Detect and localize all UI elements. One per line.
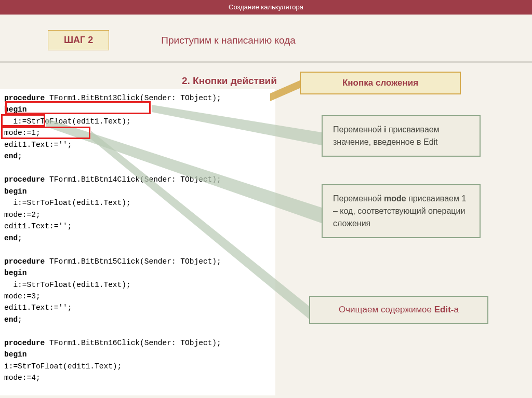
kw-end: end — [4, 152, 18, 160]
text: а — [454, 305, 458, 314]
kw-begin: begin — [4, 187, 27, 196]
code-line: mode:=1; — [4, 129, 41, 137]
top-bar: Создание калькулятора — [0, 0, 532, 15]
kw-procedure: procedure — [4, 94, 45, 102]
kw-procedure: procedure — [4, 257, 45, 266]
code-line: edit1.Text:=''; — [4, 141, 72, 149]
kw-begin: begin — [4, 105, 27, 114]
step-label: ШАГ 2 — [48, 30, 109, 50]
code-line: edit1.Text:=''; — [4, 222, 72, 230]
kw-procedure: procedure — [4, 175, 45, 184]
divider — [0, 61, 532, 63]
code-line: mode:=2; — [4, 211, 41, 219]
bold: Edit- — [434, 305, 454, 314]
code-line: TForm1.BitBtn14Click(Sender: TObject); — [45, 175, 221, 184]
callout-title: Кнопка сложения — [300, 72, 461, 94]
code-line: i:=StrToFloat(edit1.Text); — [4, 117, 131, 126]
code-panel: procedure TForm1.BitBtn13Click(Sender: T… — [0, 89, 275, 395]
kw-end: end — [4, 315, 18, 324]
code-line: ; — [18, 152, 22, 160]
code-line: ; — [18, 234, 22, 242]
code-line: TForm1.BitBtn15Click(Sender: TObject); — [45, 257, 221, 266]
code-line: mode:=4; — [4, 374, 41, 382]
kw-begin: begin — [4, 269, 27, 277]
kw-end: end — [4, 234, 18, 242]
kw-procedure: procedure — [4, 339, 45, 347]
section-title: 2. Кнопки действий — [182, 75, 277, 87]
text: Переменной — [333, 125, 384, 134]
bold: mode — [384, 194, 406, 203]
code-line: mode:=3; — [4, 292, 41, 300]
kw-begin: begin — [4, 350, 27, 359]
code-line: ; — [18, 315, 22, 324]
annotation-3: Очищаем содержимое Edit-а — [309, 296, 488, 324]
code-line: i:=StrToFloat(edit1.Text); — [4, 281, 131, 289]
code-line: i:=StrToFloat(edit1.Text); — [4, 199, 131, 207]
code-line: i:=StrToFloat(edit1.Text); — [4, 362, 122, 370]
code-line: TForm1.BitBtn16Click(Sender: TObject); — [45, 339, 221, 347]
code-line: edit1.Text:=''; — [4, 304, 72, 312]
step-header: ШАГ 2 Приступим к написанию кода — [48, 30, 296, 50]
step-title: Приступим к написанию кода — [161, 35, 296, 46]
annotation-2: Переменной mode присваиваем 1 – код, соо… — [322, 184, 481, 238]
text: Очищаем содержимое — [339, 305, 434, 314]
annotation-1: Переменной i присваиваем значение, введе… — [322, 115, 481, 157]
text: Переменной — [333, 194, 384, 203]
code-line: TForm1.BitBtn13Click(Sender: TObject); — [45, 94, 221, 102]
